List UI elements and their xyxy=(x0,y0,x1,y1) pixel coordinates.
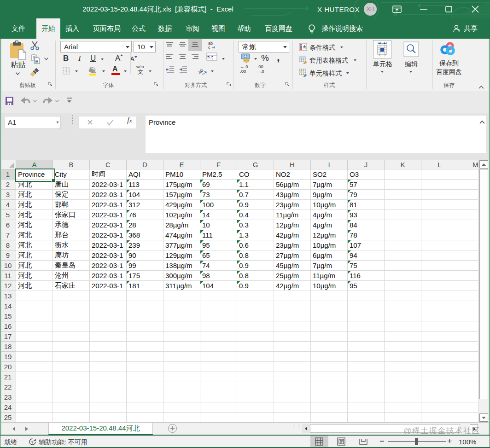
svg-text:ab: ab xyxy=(198,68,204,75)
svg-text:?: ? xyxy=(31,440,34,445)
svg-text:c: c xyxy=(208,45,210,49)
